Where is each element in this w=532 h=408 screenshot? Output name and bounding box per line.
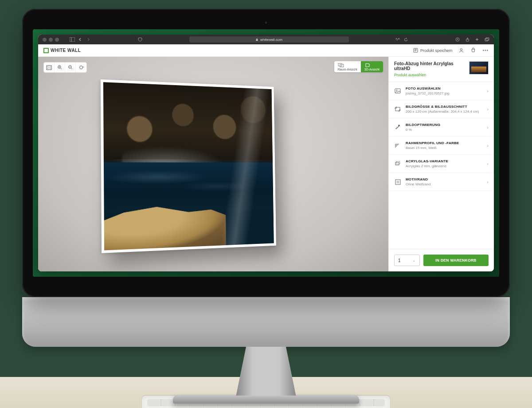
download-icon[interactable] (455, 37, 460, 42)
product-3d-preview[interactable] (101, 79, 292, 253)
save-product-button[interactable]: Produkt speichern (413, 48, 453, 53)
quantity-select[interactable]: 1 ⌄ (394, 255, 420, 266)
browser-window: whitewall.com ᴬ⁄ᴬ (38, 35, 494, 271)
canvas-toolbar (43, 62, 87, 73)
svg-rect-18 (395, 162, 399, 165)
product-select-link[interactable]: Produkt auswählen (394, 73, 466, 77)
chevron-right-icon: › (487, 179, 489, 184)
option-bildoptimierung[interactable]: BILDOPTIMIERUNG 0 % › (389, 118, 494, 137)
room-view-icon (338, 63, 357, 67)
newtab-icon[interactable] (474, 37, 480, 42)
option-value: Basel 15 mm, Weiß (406, 146, 482, 150)
option-value: Acrylglas 2 mm, glänzend (406, 164, 482, 168)
config-sidebar: Foto-Abzug hinter Acrylglas ultraHD Prod… (388, 57, 494, 271)
webcam (265, 21, 267, 24)
svg-point-8 (461, 48, 462, 50)
brand-logo[interactable]: WHITE WALL (43, 48, 81, 53)
imac-device: whitewall.com ᴬ⁄ᴬ (22, 9, 510, 404)
option-title: RAHMENPROFIL UND -FARBE (406, 141, 482, 145)
chevron-right-icon: › (487, 143, 489, 148)
preview-canvas: Raum-Ansicht 3D-Ansicht (38, 57, 388, 271)
chevron-right-icon: › (487, 106, 489, 112)
sidebar-footer: 1 ⌄ IN DEN WARENKORB (389, 249, 494, 271)
address-bar[interactable]: whitewall.com (189, 36, 349, 43)
fit-screen-icon[interactable] (44, 63, 55, 72)
option-rahmenprofil[interactable]: RAHMENPROFIL UND -FARBE Basel 15 mm, Wei… (389, 137, 494, 155)
option-bildgroesse[interactable]: BILDGRÖSSE & BILDAUSSCHNITT 200 x 120 cm… (389, 100, 494, 118)
layers-icon (394, 160, 401, 167)
cart-icon[interactable] (470, 47, 476, 53)
account-icon[interactable] (458, 47, 464, 53)
tab-room-label: Raum-Ansicht (338, 68, 357, 71)
imac-stand-foot (173, 395, 359, 404)
image-icon (394, 87, 401, 94)
tab-3d-view[interactable]: 3D-Ansicht (361, 61, 383, 72)
photo-frame (101, 79, 276, 253)
tab-3d-label: 3D-Ansicht (364, 68, 379, 71)
screen-bezel: whitewall.com ᴬ⁄ᴬ (22, 9, 510, 297)
tab-room-view[interactable]: Raum-Ansicht (334, 61, 361, 72)
frame-profile-icon (394, 142, 401, 149)
option-acrylglas[interactable]: ACRYLGLAS-VARIANTE Acrylglas 2 mm, glänz… (389, 155, 494, 173)
option-title: BILDOPTIMIERUNG (406, 123, 482, 127)
option-value: josimg_3732_20170527.jpg (406, 91, 482, 95)
svg-rect-5 (485, 39, 488, 41)
option-value: 200 x 120 cm (Außenmaße: 204,4 x 124,4 c… (406, 110, 482, 114)
svg-rect-19 (396, 161, 400, 164)
url-host: whitewall.com (260, 38, 282, 42)
window-controls[interactable] (43, 38, 59, 42)
chevron-right-icon: › (487, 88, 489, 94)
chevron-right-icon: › (487, 125, 489, 130)
view-mode-tabs: Raum-Ansicht 3D-Ansicht (334, 61, 383, 72)
option-title: BILDGRÖSSE & BILDAUSSCHNITT (406, 105, 482, 109)
screen: whitewall.com ᴬ⁄ᴬ (33, 29, 499, 277)
browser-toolbar: whitewall.com ᴬ⁄ᴬ (38, 35, 494, 44)
add-to-cart-button[interactable]: IN DEN WARENKORB (423, 255, 489, 266)
tabs-icon[interactable] (484, 37, 489, 42)
border-icon (394, 178, 401, 185)
wand-icon (394, 124, 401, 131)
three-d-view-icon (364, 63, 379, 67)
option-foto-auswaehlen[interactable]: FOTO AUSWÄHLEN josimg_3732_20170527.jpg … (389, 82, 494, 100)
svg-rect-9 (47, 66, 51, 70)
logo-icon (43, 48, 49, 53)
svg-point-16 (396, 90, 397, 91)
rotate-icon[interactable] (76, 63, 86, 72)
reload-icon[interactable] (403, 37, 408, 42)
forward-icon[interactable] (86, 37, 91, 42)
app-header: WHITE WALL Produkt speichern (38, 44, 494, 57)
save-product-label: Produkt speichern (420, 48, 453, 53)
back-icon[interactable] (78, 37, 83, 42)
quantity-value: 1 (398, 258, 401, 263)
minimize-dot[interactable] (49, 38, 53, 42)
shield-icon[interactable] (137, 37, 143, 42)
translate-icon[interactable]: ᴬ⁄ᴬ (395, 37, 400, 42)
crop-icon (394, 106, 401, 113)
product-title: Foto-Abzug hinter Acrylglas ultraHD (394, 61, 466, 71)
svg-rect-2 (256, 39, 258, 41)
svg-point-12 (80, 66, 83, 69)
option-value: Ohne Weißrand (406, 182, 482, 186)
chevron-down-icon: ⌄ (412, 258, 416, 263)
lock-icon (255, 38, 258, 41)
save-icon (413, 48, 418, 53)
zoom-in-icon[interactable] (55, 63, 65, 72)
share-icon[interactable] (465, 37, 470, 42)
photo-image (103, 82, 274, 250)
option-value: 0 % (406, 128, 482, 132)
zoom-out-icon[interactable] (65, 63, 76, 72)
option-motivrand[interactable]: MOTIVRAND Ohne Weißrand › (389, 173, 494, 191)
svg-rect-6 (486, 38, 489, 40)
zoom-dot[interactable] (55, 38, 59, 42)
close-dot[interactable] (43, 38, 47, 42)
option-title: MOTIVRAND (406, 177, 482, 181)
more-icon[interactable]: ••• (482, 48, 489, 53)
option-title: FOTO AUSWÄHLEN (406, 86, 482, 90)
product-thumbnail (469, 61, 489, 75)
brand-text: WHITE WALL (51, 48, 81, 53)
sidebar-toggle-icon[interactable] (70, 37, 75, 42)
option-title: ACRYLGLAS-VARIANTE (406, 159, 482, 163)
imac-chin (22, 297, 510, 347)
product-header: Foto-Abzug hinter Acrylglas ultraHD Prod… (389, 57, 494, 82)
chevron-right-icon: › (487, 161, 489, 166)
